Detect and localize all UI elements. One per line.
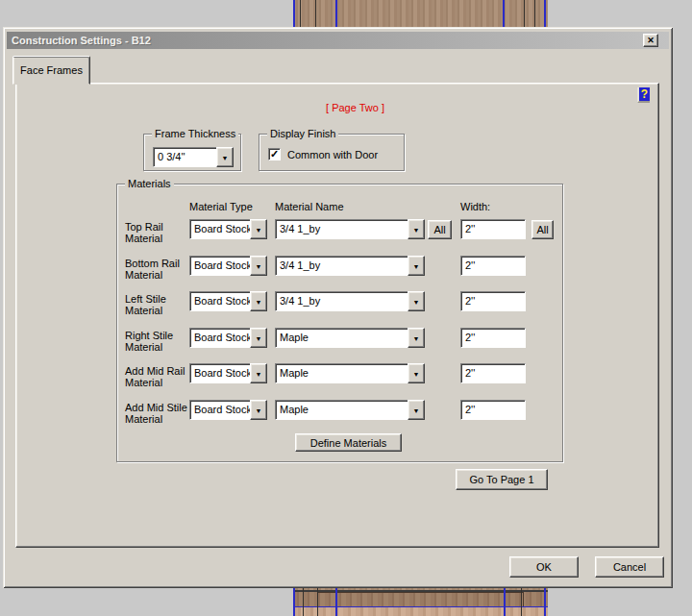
material-name-select[interactable]: Maple ▼ — [275, 400, 425, 420]
common-with-door-checkbox[interactable]: ✓ — [268, 148, 281, 160]
row-label: Top Rail Material — [125, 221, 188, 244]
common-with-door-label: Common with Door — [287, 149, 378, 160]
cad-line — [293, 588, 295, 616]
row-label: Add Mid Stile Material — [125, 402, 188, 425]
material-name-value: 3/4 1_by — [275, 219, 408, 239]
chevron-down-icon[interactable]: ▼ — [250, 291, 267, 311]
row-label: Left Stile Material — [125, 293, 188, 316]
material-type-value: Board Stock — [189, 328, 251, 348]
cad-line — [335, 588, 337, 616]
ok-button[interactable]: OK — [509, 556, 579, 578]
chevron-down-icon[interactable]: ▼ — [408, 219, 425, 239]
material-type-select[interactable]: Board Stock ▼ — [189, 291, 267, 311]
material-name-select[interactable]: Maple ▼ — [275, 363, 425, 383]
material-name-select[interactable]: 3/4 1_by ▼ — [275, 219, 425, 239]
chevron-down-icon[interactable]: ▼ — [408, 328, 425, 348]
row-label: Add Mid Rail Material — [125, 365, 188, 388]
column-header-material-name: Material Name — [275, 201, 344, 212]
width-value: 2'' — [465, 332, 475, 343]
cad-line — [521, 588, 522, 616]
material-type-value: Board Stock — [189, 363, 251, 383]
column-header-material-type: Material Type — [189, 201, 253, 212]
width-value: 2'' — [465, 223, 475, 234]
chevron-down-icon[interactable]: ▼ — [250, 400, 267, 420]
cabinet-render-top — [293, 0, 548, 27]
width-value: 2'' — [465, 367, 475, 379]
cad-line — [534, 0, 535, 27]
material-name-select[interactable]: Maple ▼ — [275, 328, 425, 348]
chevron-down-icon[interactable]: ▼ — [250, 256, 267, 276]
frame-thickness-select[interactable]: 0 3/4'' ▼ — [153, 147, 234, 167]
frame-thickness-group: Frame Thickness 0 3/4'' ▼ — [143, 134, 241, 171]
all-material-name-button[interactable]: All — [428, 220, 452, 239]
frame-thickness-label: Frame Thickness — [152, 128, 238, 139]
chevron-down-icon[interactable]: ▼ — [408, 363, 425, 383]
define-materials-button[interactable]: Define Materials — [295, 433, 402, 452]
cabinet-render-bottom — [293, 588, 548, 616]
chevron-down-icon[interactable]: ▼ — [216, 147, 234, 167]
cad-line — [293, 606, 548, 607]
title-bar[interactable]: Construction Settings - B12 — [7, 32, 669, 49]
material-name-value: Maple — [275, 400, 408, 420]
material-type-select[interactable]: Board Stock ▼ — [189, 400, 267, 420]
display-finish-label: Display Finish — [267, 128, 338, 139]
material-type-select[interactable]: Board Stock ▼ — [189, 256, 267, 276]
go-to-page-1-button[interactable]: Go To Page 1 — [456, 469, 548, 490]
width-input[interactable]: 2'' — [460, 291, 526, 311]
cad-line — [335, 0, 337, 27]
material-name-value: 3/4 1_by — [275, 256, 408, 276]
page-banner: [ Page Two ] — [285, 102, 425, 113]
face-frames-page: ? [ Page Two ] Frame Thickness 0 3/4'' ▼… — [15, 83, 659, 548]
frame-thickness-value: 0 3/4'' — [153, 147, 217, 167]
chevron-down-icon[interactable]: ▼ — [408, 400, 425, 420]
close-button[interactable]: ✕ — [643, 34, 658, 47]
material-type-value: Board Stock — [189, 219, 251, 239]
checkbox-check-icon: ✓ — [270, 149, 279, 160]
help-icon[interactable]: ? — [637, 87, 650, 103]
material-name-select[interactable]: 3/4 1_by ▼ — [275, 256, 425, 276]
material-type-value: Board Stock — [189, 256, 251, 276]
tab-label: Face Frames — [20, 64, 83, 76]
width-input[interactable]: 2'' — [460, 256, 526, 276]
cad-line — [300, 0, 301, 27]
width-input[interactable]: 2'' — [460, 400, 526, 420]
row-label: Right Stile Material — [125, 330, 188, 353]
material-type-select[interactable]: Board Stock ▼ — [189, 219, 267, 239]
width-input[interactable]: 2'' — [460, 363, 526, 383]
chevron-down-icon[interactable]: ▼ — [408, 291, 425, 311]
cad-line — [524, 0, 525, 27]
material-type-select[interactable]: Board Stock ▼ — [189, 363, 267, 383]
cad-line — [544, 0, 546, 27]
help-glyph: ? — [641, 87, 648, 101]
width-value: 2'' — [465, 295, 475, 307]
material-name-value: Maple — [275, 363, 408, 383]
close-icon: ✕ — [647, 37, 655, 45]
tab-face-frames[interactable]: Face Frames — [12, 56, 90, 85]
materials-label: Materials — [125, 178, 174, 189]
chevron-down-icon[interactable]: ▼ — [250, 363, 267, 383]
chevron-down-icon[interactable]: ▼ — [250, 328, 267, 348]
display-finish-group: Display Finish ✓ Common with Door — [259, 134, 405, 171]
cabinet-panel — [293, 607, 548, 616]
cad-line — [303, 588, 304, 616]
material-name-value: 3/4 1_by — [275, 291, 408, 311]
cad-line — [503, 0, 505, 27]
cad-line — [544, 588, 546, 616]
all-width-button[interactable]: All — [531, 220, 554, 239]
material-type-value: Board Stock — [189, 291, 251, 311]
material-name-select[interactable]: 3/4 1_by ▼ — [275, 291, 425, 311]
width-value: 2'' — [465, 259, 475, 271]
construction-settings-dialog: Construction Settings - B12 ✕ Face Frame… — [3, 27, 673, 588]
width-input[interactable]: 2'' — [460, 219, 526, 239]
window-title: Construction Settings - B12 — [12, 35, 151, 46]
width-input[interactable]: 2'' — [460, 328, 526, 348]
material-type-select[interactable]: Board Stock ▼ — [189, 328, 267, 348]
material-name-value: Maple — [275, 328, 408, 348]
column-header-width: Width: — [460, 201, 490, 212]
row-label: Bottom Rail Material — [125, 258, 188, 281]
chevron-down-icon[interactable]: ▼ — [250, 219, 267, 239]
cancel-button[interactable]: Cancel — [595, 556, 664, 578]
chevron-down-icon[interactable]: ▼ — [408, 256, 425, 276]
materials-group: Materials Material Type Material Name Wi… — [116, 184, 563, 462]
cad-line — [317, 588, 318, 616]
